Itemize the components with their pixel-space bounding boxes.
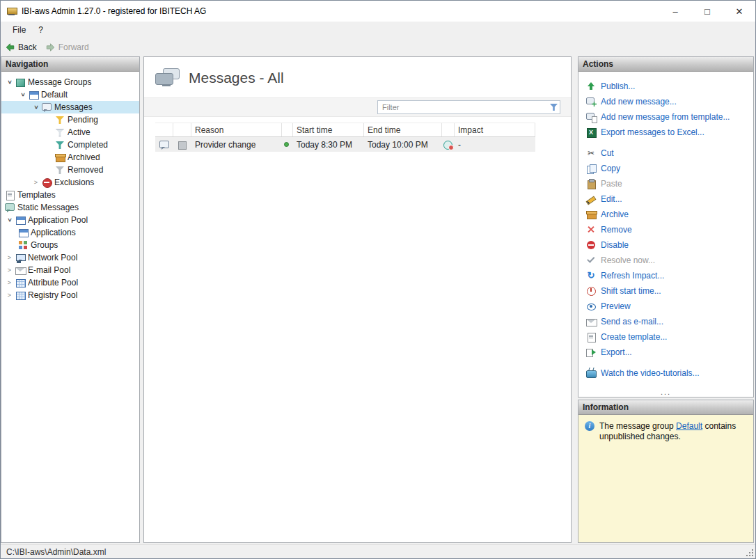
edit-icon [585,194,597,205]
message-groups-icon [15,77,26,88]
back-button[interactable]: Back [5,42,37,52]
menu-file[interactable]: File [6,23,32,37]
action-watch-the-video-tutorials[interactable]: Watch the video-tutorials... [585,365,750,381]
tree-item-pending[interactable]: Pending [1,113,139,126]
tree-item-groups[interactable]: Groups [1,239,139,251]
actions-header: Actions [578,57,753,72]
tree-item-label: Messages [52,102,95,112]
tree-item-exclusions[interactable]: >Exclusions [1,176,139,189]
chevron-expanded-icon[interactable]: > [33,102,40,113]
action-remove[interactable]: Remove [585,222,750,237]
tree-item-e-mail-pool[interactable]: >E-mail Pool [1,264,139,276]
chevron-collapsed-icon[interactable]: > [4,267,15,274]
column-header-reason[interactable]: Reason [191,123,282,136]
chevron-expanded-icon[interactable]: > [6,77,13,88]
action-resolve-now[interactable]: Resolve now... [585,253,750,268]
tree-item-message-groups[interactable]: >Message Groups [1,76,139,88]
tree-item-applications[interactable]: Applications [1,226,139,239]
action-export-messages-to-excel[interactable]: Export messages to Excel... [585,125,750,140]
create-template-icon [585,331,597,343]
action-add-new-message-from-template[interactable]: Add new message from template... [585,109,750,125]
table-row[interactable]: Provider change Today 8:30 PM Today 10:0… [155,137,535,152]
message-icon [159,139,170,150]
menu-bar: File ? [1,22,755,38]
table-empty-area [144,152,571,542]
tree-item-templates[interactable]: Templates [1,189,139,201]
action-label: Shift start time... [601,286,661,296]
action-disable[interactable]: Disable [585,237,750,253]
actions-overflow[interactable]: ... [578,388,753,396]
action-paste[interactable]: Paste [585,176,750,191]
tree-item-registry-pool[interactable]: >Registry Pool [1,289,139,301]
application-pool-icon [15,214,26,226]
forward-label: Forward [58,42,89,52]
chevron-collapsed-icon[interactable]: > [4,292,15,299]
chevron-collapsed-icon[interactable]: > [4,254,15,261]
chevron-collapsed-icon[interactable]: > [31,179,41,186]
content-panel: Messages - All Reason Start time End tim… [143,56,572,543]
tree-item-archived[interactable]: Archived [1,151,139,164]
forward-button[interactable]: Forward [45,42,89,52]
action-label: Copy [601,164,620,173]
column-header-status[interactable] [282,123,293,136]
filter-funnel-icon[interactable] [549,102,560,113]
column-header-end-time[interactable]: End time [364,123,442,136]
tree-item-completed[interactable]: Completed [1,139,139,151]
action-preview[interactable]: Preview [585,299,750,314]
action-shift-start-time[interactable]: Shift start time... [585,283,750,299]
column-header-message-icon[interactable] [155,123,173,136]
tree-item-messages[interactable]: >Messages [1,101,139,113]
action-publish[interactable]: Publish... [585,79,750,94]
tree-item-attribute-pool[interactable]: >Attribute Pool [1,276,139,289]
resize-grip-icon[interactable] [745,548,755,558]
action-cut[interactable]: Cut [585,145,750,161]
action-add-new-message[interactable]: Add new message... [585,94,750,109]
window-title: IBI-aws Admin 1.27.0 - registered for IB… [22,6,206,16]
message-type-icon [177,139,188,150]
tree-item-static-messages[interactable]: Static Messages [1,201,139,214]
active-icon [54,127,65,138]
tree-item-active[interactable]: Active [1,126,139,139]
tree-item-application-pool[interactable]: >Application Pool [1,214,139,226]
action-edit[interactable]: Edit... [585,191,750,207]
action-archive[interactable]: Archive [585,207,750,222]
information-default-link[interactable]: Default [676,421,702,431]
menu-help[interactable]: ? [32,23,49,37]
tree-item-label: Pending [65,115,100,125]
action-label: Export... [601,347,632,357]
actions-group: CutCopyPasteEdit...ArchiveRemoveDisableR… [585,145,750,360]
archive-icon [585,209,597,220]
tree-item-label: Static Messages [15,203,81,212]
column-header-impact[interactable]: Impact [455,123,535,136]
chevron-expanded-icon[interactable]: > [19,90,26,100]
action-export[interactable]: Export... [585,345,750,360]
navigation-panel: Navigation >Message Groups>Default>Messa… [1,56,140,543]
copy-icon [585,163,597,174]
information-prefix: The message group [599,421,674,431]
info-icon [584,421,595,432]
column-header-start-time[interactable]: Start time [293,123,364,136]
chevron-expanded-icon[interactable]: > [6,215,13,226]
minimize-button[interactable]: – [659,1,691,22]
tree-item-default[interactable]: >Default [1,88,139,101]
maximize-button[interactable]: □ [691,1,723,22]
actions-list: Publish...Add new message...Add new mess… [578,72,753,386]
action-refresh-impact[interactable]: Refresh Impact... [585,268,750,283]
tree-item-removed[interactable]: Removed [1,164,139,176]
action-create-template[interactable]: Create template... [585,329,750,345]
information-panel: Information The message group Default co… [578,400,754,543]
column-header-type-icon[interactable] [173,123,191,136]
action-label: Resolve now... [601,255,655,265]
chevron-collapsed-icon[interactable]: > [4,279,15,286]
refresh-icon [585,270,597,281]
column-header-impact-icon[interactable] [442,123,455,136]
right-column: Actions Publish...Add new message...Add … [578,56,754,543]
close-button[interactable]: ✕ [723,1,755,22]
action-copy[interactable]: Copy [585,161,750,176]
filter-input[interactable] [378,103,549,111]
status-path: C:\IBI-aws\Admin\Data.xml [6,547,106,557]
excel-icon [585,127,597,138]
action-label: Preview [601,301,631,311]
tree-item-network-pool[interactable]: >Network Pool [1,251,139,264]
action-send-as-e-mail[interactable]: Send as e-mail... [585,314,750,329]
